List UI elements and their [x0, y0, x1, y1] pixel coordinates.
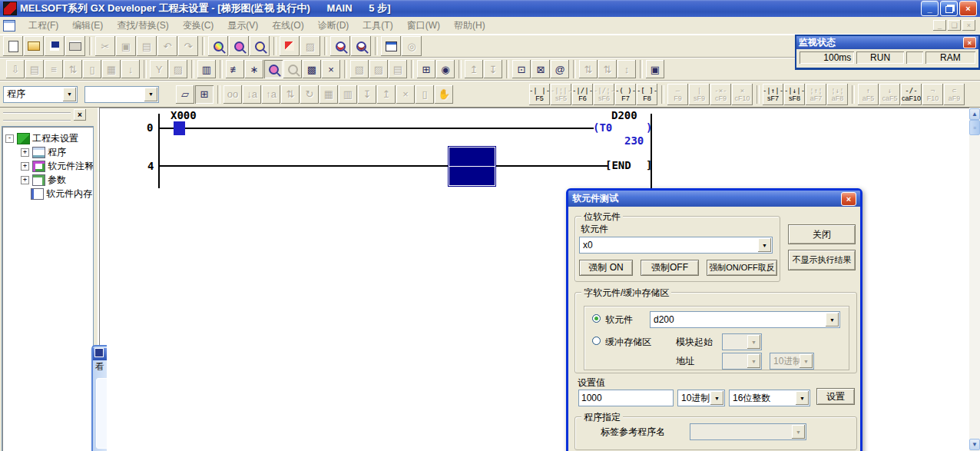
- cascade-window-button[interactable]: [381, 36, 401, 56]
- expand-icon[interactable]: +: [21, 176, 29, 184]
- pan-hand-button[interactable]: ✋: [435, 85, 453, 104]
- dialog-titlebar[interactable]: 软元件测试 ×: [568, 191, 860, 207]
- mdi-close-button[interactable]: ×: [962, 20, 975, 31]
- format-combo[interactable]: 16位整数 ▼: [729, 390, 810, 406]
- note-button[interactable]: ⇅: [598, 60, 617, 78]
- sort-step-button[interactable]: ⇅: [64, 60, 82, 78]
- force-toggle-button[interactable]: 强制ON/OFF取反: [707, 260, 777, 276]
- sampling-trace-button[interactable]: ◉: [436, 60, 455, 78]
- zoom-out-button[interactable]: [351, 36, 371, 56]
- new-project-button[interactable]: [3, 36, 23, 56]
- menu-item-help[interactable]: 帮助(H): [447, 18, 492, 34]
- program-select[interactable]: 程序 ▼: [3, 86, 78, 103]
- undo-button[interactable]: ↶: [157, 36, 177, 56]
- menu-item-window[interactable]: 窗口(W): [400, 18, 447, 34]
- hide-result-button[interactable]: 不显示执行结果: [788, 250, 856, 270]
- set-value-input[interactable]: 1000: [578, 390, 674, 406]
- branch-write-button[interactable]: Y: [150, 60, 168, 78]
- ladder-monitor-button[interactable]: ▦: [319, 85, 338, 104]
- buffer-memory-radio[interactable]: [592, 337, 601, 345]
- panel-close-button[interactable]: ×: [74, 109, 86, 121]
- find-device-button[interactable]: [229, 36, 249, 56]
- convert-block-button[interactable]: ▨: [169, 60, 187, 78]
- line-statement-button[interactable]: ⇅: [579, 60, 598, 78]
- mdi-minimize-button[interactable]: _: [933, 20, 946, 31]
- cut-button[interactable]: ✂: [95, 36, 115, 56]
- data-select[interactable]: ▼: [84, 86, 159, 103]
- monitor-mode-button[interactable]: ▨: [300, 36, 320, 56]
- timer-coil[interactable]: (T0: [593, 121, 612, 134]
- expand-icon[interactable]: +: [21, 162, 29, 171]
- bit-device-combo[interactable]: x0 ▼: [579, 237, 773, 254]
- chevron-down-icon[interactable]: ▼: [63, 88, 76, 101]
- open-project-button[interactable]: [24, 36, 44, 56]
- close-button[interactable]: ×: [959, 1, 977, 16]
- tree-item-parameter[interactable]: + 参数: [21, 173, 93, 187]
- project-tree-toggle-button[interactable]: ⊞: [195, 85, 214, 104]
- remote-operation-button[interactable]: ▩: [303, 60, 321, 78]
- force-on-button[interactable]: 强制 ON: [579, 260, 633, 276]
- paste-button[interactable]: ▤: [137, 36, 157, 56]
- menu-item-convert[interactable]: 变换(C): [176, 18, 221, 34]
- menu-item-tools[interactable]: 工具(T): [356, 18, 399, 34]
- menu-item-edit[interactable]: 编辑(E): [65, 18, 110, 34]
- find-button[interactable]: [208, 36, 228, 56]
- panel-drag-handle[interactable]: [3, 112, 71, 121]
- scroll-up-button[interactable]: ↥: [465, 60, 483, 78]
- force-off-button[interactable]: 强制OFF: [641, 260, 699, 276]
- tree-item-program[interactable]: + 程序: [21, 145, 93, 159]
- dialog-close-button[interactable]: 关闭: [788, 224, 856, 244]
- error-check-button[interactable]: ≡: [45, 60, 63, 78]
- dialog-close-icon[interactable]: ×: [841, 192, 856, 206]
- monitor-status-titlebar[interactable]: 监视状态 ×: [796, 36, 978, 49]
- insert-row-button[interactable]: ↓: [121, 60, 140, 78]
- monitor-close-button[interactable]: ×: [963, 37, 976, 48]
- find-window-button[interactable]: @: [551, 60, 569, 78]
- monitor-start-button[interactable]: ≢: [226, 60, 244, 78]
- monitor-display-button[interactable]: ▣: [646, 60, 664, 78]
- ladder-write-button[interactable]: ⇩: [6, 60, 25, 78]
- delete-line-button[interactable]: ↥: [377, 85, 396, 104]
- transfer-setup-button[interactable]: ▥: [197, 60, 216, 78]
- end-instruction[interactable]: [END: [605, 159, 631, 171]
- scroll-up-arrow[interactable]: ▲: [969, 108, 980, 120]
- find-next-up-button[interactable]: ↑a: [262, 85, 280, 104]
- open-window-button[interactable]: ⊡: [512, 60, 531, 78]
- monitor-write-button[interactable]: ∗: [245, 60, 263, 78]
- redo-button[interactable]: ↷: [178, 36, 198, 56]
- device-batch-button[interactable]: [283, 60, 302, 78]
- minimize-button[interactable]: _: [921, 1, 939, 16]
- word-device-combo[interactable]: d200 ▼: [650, 311, 840, 328]
- copy-button[interactable]: ▣: [116, 36, 136, 56]
- mdi-restore-button[interactable]: ❑: [948, 20, 961, 31]
- device-test-button[interactable]: [264, 60, 283, 78]
- restore-button[interactable]: [940, 1, 958, 16]
- menu-item-view[interactable]: 显示(V): [220, 18, 265, 34]
- ladder-list-button[interactable]: ▥: [339, 85, 357, 104]
- comment-display-button[interactable]: ▱: [176, 85, 194, 104]
- menu-item-online[interactable]: 在线(O): [265, 18, 310, 34]
- scroll-down-arrow[interactable]: ▼: [969, 439, 980, 450]
- chevron-down-icon[interactable]: ▼: [826, 313, 839, 327]
- mdi-child-icon[interactable]: [3, 20, 15, 32]
- insert-line-button[interactable]: ↧: [358, 85, 376, 104]
- chevron-down-icon[interactable]: ▼: [758, 238, 771, 252]
- vertical-scrollbar[interactable]: ▲ ≡ ▼: [969, 108, 980, 451]
- find-instruction-button[interactable]: [250, 36, 270, 56]
- collapse-icon[interactable]: -: [5, 134, 14, 143]
- write-mode-button[interactable]: [280, 36, 300, 56]
- zoom-in-button[interactable]: [330, 36, 350, 56]
- expand-icon[interactable]: +: [21, 148, 29, 157]
- find-binoculars-button[interactable]: oo: [223, 85, 242, 104]
- base-combo[interactable]: 10进制 ▼: [677, 390, 725, 406]
- print-button[interactable]: [65, 36, 85, 56]
- contact-coil-list-button[interactable]: ▤: [389, 60, 407, 78]
- stop-monitor-button[interactable]: ×: [322, 60, 340, 78]
- ladder-cursor-cell[interactable]: [449, 147, 495, 186]
- chevron-down-icon[interactable]: ▼: [796, 391, 809, 405]
- set-button[interactable]: 设置: [816, 388, 855, 405]
- document-button[interactable]: ▯: [416, 85, 434, 104]
- merge-block-button[interactable]: ▦: [102, 60, 121, 78]
- cross-reference-button[interactable]: ▧: [350, 60, 369, 78]
- tree-root-project[interactable]: - 工程未设置: [5, 131, 93, 145]
